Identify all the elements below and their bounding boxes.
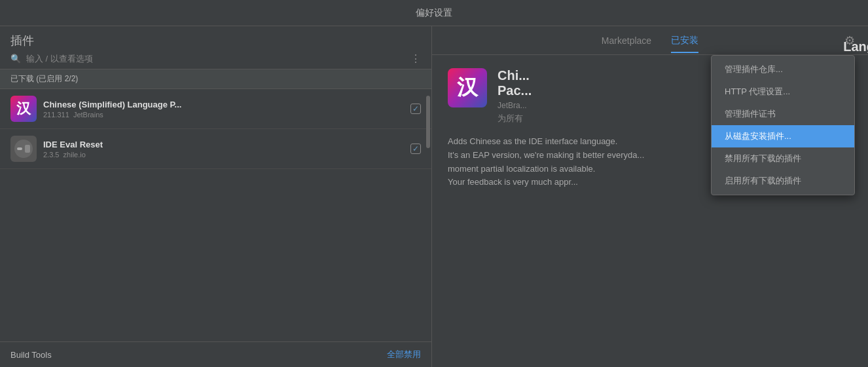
tab-installed[interactable]: 已安装 [671, 28, 698, 53]
plugin-item-ide-eval[interactable]: IDE Eval Reset 2.3.5 zhile.io ✓ [0, 129, 431, 169]
main-layout: 插件 🔍 输入 / 以查看选项 ⋮ 已下载 (已启用 2/2) 汉 Chines… [0, 26, 868, 367]
menu-item-manage-repo[interactable]: 管理插件仓库... [712, 58, 854, 81]
menu-item-enable-all[interactable]: 启用所有下载的插件 [712, 170, 854, 192]
menu-item-install-disk[interactable]: 从磁盘安装插件... [712, 125, 854, 147]
search-input[interactable]: 输入 / 以查看选项 [26, 53, 405, 65]
plugin-checkbox-chinese[interactable]: ✓ [410, 104, 421, 114]
left-header: 插件 [0, 26, 431, 48]
plugin-info-ide-eval: IDE Eval Reset 2.3.5 zhile.io [43, 140, 404, 159]
plugin-info-chinese: Chinese (Simplified) Language P... 211.3… [43, 100, 404, 119]
menu-item-http-proxy[interactable]: HTTP 代理设置... [712, 81, 854, 103]
title-bar: 偏好设置 [0, 0, 868, 26]
bottom-bar: Build Tools 全部禁用 [0, 341, 431, 367]
menu-item-manage-cert[interactable]: 管理插件证书 [712, 103, 854, 125]
search-icon: 🔍 [10, 54, 21, 64]
plugin-list: 汉 Chinese (Simplified) Language P... 211… [0, 89, 431, 341]
plugin-name-ide-eval: IDE Eval Reset [43, 140, 357, 149]
lang-text: Lang [843, 39, 868, 54]
detail-plugin-icon: 汉 [448, 68, 487, 107]
plugins-title: 插件 [10, 33, 34, 48]
dropdown-menu: 管理插件仓库... HTTP 代理设置... 管理插件证书 从磁盘安装插件...… [711, 55, 855, 195]
plugin-meta-chinese: 211.311 JetBrains [43, 111, 404, 119]
disable-all-button[interactable]: 全部禁用 [387, 349, 421, 360]
build-tools-label: Build Tools [10, 350, 52, 360]
svg-rect-2 [25, 145, 30, 153]
more-options-icon[interactable]: ⋮ [410, 52, 421, 65]
window-title: 偏好设置 [416, 7, 452, 19]
right-tabs: Marketplace 已安装 ⚙ [432, 26, 868, 55]
svg-rect-1 [17, 147, 22, 150]
plugin-name-chinese: Chinese (Simplified) Language P... [43, 100, 357, 109]
plugin-meta-ide-eval: 2.3.5 zhile.io [43, 151, 404, 159]
plugin-icon-chinese: 汉 [10, 96, 37, 122]
right-panel: Marketplace 已安装 ⚙ 汉 Chi...Pac... JetBra.… [432, 26, 868, 367]
left-panel: 插件 🔍 输入 / 以查看选项 ⋮ 已下载 (已启用 2/2) 汉 Chines… [0, 26, 432, 367]
search-bar[interactable]: 🔍 输入 / 以查看选项 ⋮ [0, 48, 431, 69]
plugin-item-chinese[interactable]: 汉 Chinese (Simplified) Language P... 211… [0, 89, 431, 129]
tab-marketplace[interactable]: Marketplace [602, 29, 651, 52]
menu-item-disable-all[interactable]: 禁用所有下载的插件 [712, 147, 854, 170]
plugin-checkbox-ide-eval[interactable]: ✓ [410, 144, 421, 154]
downloaded-section-header: 已下载 (已启用 2/2) [0, 69, 431, 89]
plugin-icon-ide [10, 136, 37, 162]
